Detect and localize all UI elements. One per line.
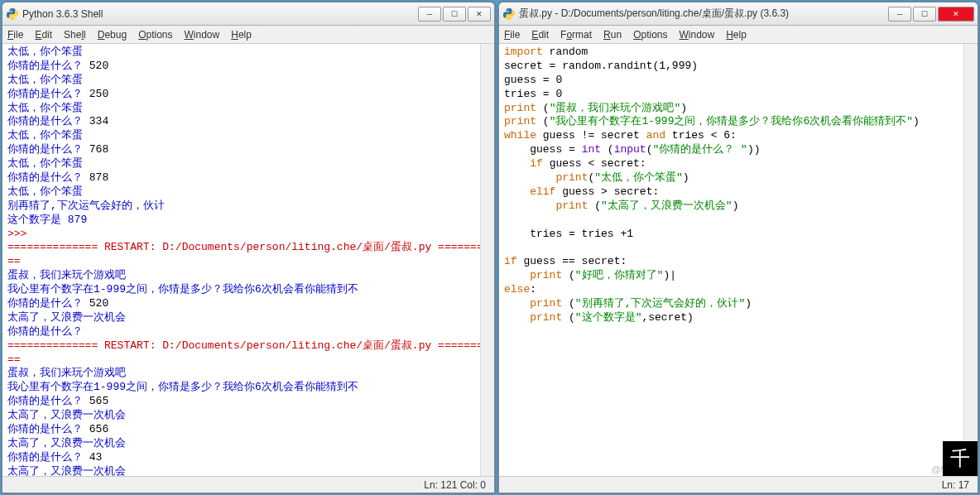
shell-line: 太高了，又浪费一次机会 (7, 465, 489, 476)
code-line: if guess == secret: (504, 255, 973, 269)
shell-line: 太高了，又浪费一次机会 (7, 409, 489, 423)
code-line: print ("别再猜了,下次运气会好的，伙计") (504, 297, 973, 311)
close-button[interactable]: ✕ (468, 7, 491, 22)
shell-status-text: Ln: 121 Col: 0 (424, 479, 486, 491)
menu-window[interactable]: Window (185, 29, 220, 41)
shell-line: 你猜的是什么？ 878 (7, 171, 489, 185)
menu-options[interactable]: Options (633, 29, 667, 41)
menu-file[interactable]: File (7, 29, 23, 41)
shell-line: 太高了，又浪费一次机会 (7, 437, 489, 451)
editor-titlebar[interactable]: 蛋叔.py - D:/Documents/person/liting.che/桌… (499, 2, 978, 26)
code-line: elif guess > secret: (504, 185, 973, 199)
shell-line: 你猜的是什么？ 656 (7, 423, 489, 437)
editor-code[interactable]: import randomsecret = random.randint(1,9… (499, 44, 978, 476)
code-line: print ("我心里有个数字在1-999之间，你猜是多少？我给你6次机会看你能… (504, 115, 973, 129)
editor-window: 蛋叔.py - D:/Documents/person/liting.che/桌… (498, 2, 978, 493)
shell-line: == (7, 255, 489, 269)
shell-line: 太低，你个笨蛋 (7, 102, 489, 116)
code-line: import random (504, 46, 973, 60)
menu-file[interactable]: File (504, 29, 520, 41)
code-line: print ("太高了，又浪费一次机会") (504, 199, 973, 214)
code-line (504, 241, 973, 255)
menu-edit[interactable]: Edit (531, 29, 549, 41)
menu-help[interactable]: Help (726, 29, 747, 41)
code-line: print ("好吧，你猜对了")| (504, 269, 973, 283)
shell-scrollbar[interactable] (480, 44, 494, 476)
menu-help[interactable]: Help (231, 29, 252, 41)
editor-menubar: File Edit Format Run Options Window Help (499, 26, 978, 44)
editor-statusbar: Ln: 17 (499, 476, 978, 493)
shell-line: 你猜的是什么？ 768 (7, 143, 489, 157)
shell-window-controls: ─ ☐ ✕ (416, 7, 491, 22)
shell-titlebar[interactable]: Python 3.6.3 Shell ─ ☐ ✕ (2, 2, 494, 26)
shell-line: 我心里有个数字在1-999之间，你猜是多少？我给你6次机会看你能猜到不 (7, 283, 489, 297)
python-icon (6, 7, 19, 21)
shell-line: 蛋叔，我们来玩个游戏吧 (7, 367, 489, 381)
code-line: print ("这个数字是",secret) (504, 311, 973, 325)
shell-line: 太低，你个笨蛋 (7, 185, 489, 199)
menu-run[interactable]: Run (603, 29, 622, 41)
editor-status-text: Ln: 17 (942, 479, 969, 491)
shell-line: 太低，你个笨蛋 (7, 74, 489, 88)
close-button[interactable]: ✕ (938, 7, 974, 22)
code-line: guess = int (input("你猜的是什么？ ")) (504, 143, 973, 157)
shell-line: 太低，你个笨蛋 (7, 46, 489, 60)
shell-line: 太高了，又浪费一次机会 (7, 311, 489, 325)
shell-line: 别再猜了,下次运气会好的，伙计 (7, 199, 489, 214)
shell-line: 你猜的是什么？ 520 (7, 297, 489, 311)
maximize-button[interactable]: ☐ (443, 7, 466, 22)
shell-output[interactable]: 太低，你个笨蛋你猜的是什么？ 520太低，你个笨蛋你猜的是什么？ 250太低，你… (2, 44, 494, 476)
shell-line: ============== RESTART: D:/Documents/per… (7, 241, 489, 255)
shell-line: 你猜的是什么？ 250 (7, 88, 489, 102)
shell-line: ============== RESTART: D:/Documents/per… (7, 339, 489, 353)
code-line: tries = 0 (504, 88, 973, 102)
shell-line: 你猜的是什么？ 565 (7, 395, 489, 409)
menu-edit[interactable]: Edit (35, 29, 52, 41)
menu-format[interactable]: Format (560, 29, 592, 41)
code-line: if guess < secret: (504, 157, 973, 171)
shell-line: == (7, 353, 489, 368)
code-line: while guess != secret and tries < 6: (504, 129, 973, 143)
code-line: print ("蛋叔，我们来玩个游戏吧") (504, 102, 973, 116)
shell-line: 这个数字是 879 (7, 214, 489, 228)
code-line (504, 214, 973, 228)
shell-line: 我心里有个数字在1-999之间，你猜是多少？我给你6次机会看你能猜到不 (7, 381, 489, 395)
menu-options[interactable]: Options (138, 29, 172, 41)
editor-title: 蛋叔.py - D:/Documents/person/liting.che/桌… (519, 7, 886, 21)
editor-scrollbar[interactable] (963, 44, 978, 476)
shell-menubar: File Edit Shell Debug Options Window Hel… (2, 26, 494, 44)
shell-statusbar: Ln: 121 Col: 0 (2, 476, 494, 493)
overlay-thumbnail: 千 (943, 441, 978, 476)
menu-debug[interactable]: Debug (98, 29, 127, 41)
code-line: secret = random.randint(1,999) (504, 60, 973, 74)
shell-window: Python 3.6.3 Shell ─ ☐ ✕ File Edit Shell… (2, 2, 495, 493)
maximize-button[interactable]: ☐ (913, 7, 936, 22)
menu-window[interactable]: Window (680, 29, 715, 41)
shell-line: 太低，你个笨蛋 (7, 157, 489, 171)
python-icon (502, 7, 516, 21)
minimize-button[interactable]: ─ (888, 7, 911, 22)
code-line: guess = 0 (504, 74, 973, 88)
shell-title: Python 3.6.3 Shell (22, 8, 416, 20)
menu-shell[interactable]: Shell (64, 29, 86, 41)
shell-line: 你猜的是什么？ 334 (7, 115, 489, 129)
shell-line: 你猜的是什么？ 43 (7, 451, 489, 465)
minimize-button[interactable]: ─ (418, 7, 441, 22)
shell-line: 蛋叔，我们来玩个游戏吧 (7, 269, 489, 283)
shell-line: 你猜的是什么？ (7, 325, 489, 339)
code-line: print("太低，你个笨蛋") (504, 171, 973, 185)
shell-line: 太低，你个笨蛋 (7, 129, 489, 143)
code-line: tries = tries +1 (504, 228, 973, 242)
shell-line: >>> (7, 228, 489, 242)
code-line: else: (504, 283, 973, 297)
shell-line: 你猜的是什么？ 520 (7, 60, 489, 74)
editor-window-controls: ─ ☐ ✕ (886, 7, 974, 22)
